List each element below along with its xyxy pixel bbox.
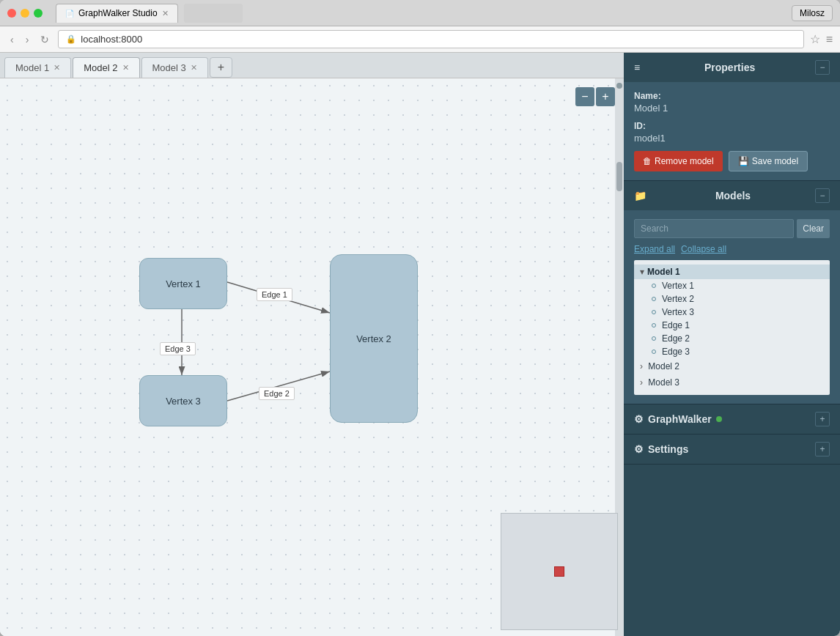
bullet-icon (652, 297, 656, 301)
scrollbar-thumb[interactable] (616, 162, 622, 191)
browser-tab-title: GraphWalker Studio (78, 8, 158, 18)
zoom-in-button[interactable]: + (596, 87, 615, 106)
properties-header[interactable]: ≡ Properties − (624, 53, 840, 82)
model-tab-2[interactable]: Model 2 ✕ (73, 57, 139, 78)
property-buttons: 🗑 Remove model 💾 Save model (634, 151, 830, 171)
models-search-row: Clear (634, 219, 830, 238)
save-icon: 💾 (738, 156, 749, 166)
browser-titlebar: 📄 GraphWalker Studio ✕ Milosz (0, 0, 840, 26)
url-bar[interactable]: 🔒 localhost:8000 (58, 30, 803, 48)
model-tab-1-close[interactable]: ✕ (54, 63, 60, 73)
lock-icon: 🔒 (66, 34, 76, 44)
tree-model-2-name: Model 2 (648, 361, 679, 371)
reload-button[interactable]: ↻ (37, 32, 52, 47)
tree-edge-3[interactable]: Edge 3 (634, 345, 830, 358)
browser-tab-bar: 📄 GraphWalker Studio ✕ (56, 4, 786, 23)
save-model-button[interactable]: 💾 Save model (729, 151, 808, 171)
collapse-all-link[interactable]: Collapse all (681, 244, 726, 254)
vertex-2-node[interactable]: Vertex 2 (330, 254, 418, 423)
tree-model-1-name: Model 1 (647, 267, 680, 277)
bullet-icon (652, 323, 656, 328)
zoom-out-button[interactable]: − (575, 87, 594, 106)
tab-close-icon[interactable]: ✕ (162, 9, 169, 18)
models-header[interactable]: 📁 Models − (624, 181, 840, 210)
models-folder-icon: 📁 (634, 190, 646, 201)
tree-vertex-2-label: Vertex 2 (662, 294, 694, 304)
tree-vertex-3[interactable]: Vertex 3 (634, 306, 830, 319)
tree-edge-2[interactable]: Edge 2 (634, 332, 830, 345)
save-model-label: Save model (752, 156, 798, 166)
tree-vertex-1-label: Vertex 1 (662, 281, 694, 291)
remove-model-button[interactable]: 🗑 Remove model (634, 151, 723, 171)
settings-header[interactable]: ⚙ Settings + (624, 435, 840, 464)
models-clear-button[interactable]: Clear (797, 219, 830, 238)
model-tabs: Model 1 ✕ Model 2 ✕ Model 3 ✕ + (0, 53, 624, 78)
address-bar-row: ‹ › ↻ 🔒 localhost:8000 ☆ ≡ (0, 26, 840, 53)
settings-toggle-button[interactable]: + (815, 442, 830, 456)
expand-all-link[interactable]: Expand all (634, 244, 675, 254)
tree-model-1: ▾ Model 1 Vertex 1 Vertex 2 Vertex 3 Edg… (634, 265, 830, 358)
settings-gear-icon: ⚙ (634, 443, 644, 455)
models-section: 📁 Models − Clear Expand all Collapse all (624, 181, 840, 404)
models-tree: ▾ Model 1 Vertex 1 Vertex 2 Vertex 3 Edg… (634, 260, 830, 395)
model-tab-3-close[interactable]: ✕ (191, 63, 197, 73)
id-label: ID: (634, 121, 830, 131)
bullet-icon (652, 350, 656, 354)
browser-menu-button[interactable]: ≡ (826, 33, 833, 46)
model-tab-1-label: Model 1 (15, 62, 49, 73)
minimap (501, 513, 618, 630)
user-button[interactable]: Milosz (792, 5, 833, 21)
edge-1-label: Edge 1 (257, 288, 292, 301)
name-value: Model 1 (634, 103, 830, 114)
tree-vertex-1[interactable]: Vertex 1 (634, 279, 830, 292)
model-tab-2-close[interactable]: ✕ (122, 63, 129, 73)
graphwalker-icon: ⚙ (634, 413, 644, 425)
minimize-button[interactable] (21, 9, 29, 18)
tree-edge-1[interactable]: Edge 1 (634, 319, 830, 332)
app-content: Model 1 ✕ Model 2 ✕ Model 3 ✕ + (0, 53, 840, 636)
properties-toggle-button[interactable]: − (815, 60, 830, 75)
models-toggle-button[interactable]: − (815, 188, 830, 203)
tree-model-3-name: Model 3 (648, 377, 679, 388)
tree-model-1-row[interactable]: ▾ Model 1 (634, 265, 830, 279)
add-model-tab-button[interactable]: + (210, 57, 232, 78)
vertex-3-node[interactable]: Vertex 3 (139, 375, 227, 426)
new-tab-area (184, 4, 243, 23)
edge-2-label: Edge 2 (259, 387, 295, 400)
graphwalker-title: GraphWalker (648, 413, 712, 425)
browser-frame: 📄 GraphWalker Studio ✕ Milosz ‹ › ↻ 🔒 lo… (0, 0, 840, 636)
canvas-background: − + (0, 78, 624, 636)
canvas-wrapper[interactable]: − + (0, 78, 624, 636)
tree-model-3-row[interactable]: › Model 3 (634, 374, 830, 391)
chevron-right-icon: › (640, 377, 643, 388)
model-tab-3[interactable]: Model 3 ✕ (141, 57, 208, 78)
tree-vertex-2[interactable]: Vertex 2 (634, 292, 830, 306)
browser-tab[interactable]: 📄 GraphWalker Studio ✕ (56, 4, 178, 23)
forward-button[interactable]: › (23, 32, 32, 47)
zoom-controls: − + (575, 87, 615, 106)
chevron-right-icon: › (640, 361, 643, 371)
models-title: Models (715, 190, 751, 201)
back-button[interactable]: ‹ (7, 32, 17, 47)
trash-icon: 🗑 (643, 156, 652, 166)
model-tab-1[interactable]: Model 1 ✕ (4, 57, 71, 78)
graphwalker-toggle-button[interactable]: + (815, 412, 830, 426)
maximize-button[interactable] (34, 9, 43, 18)
properties-header-icon: ≡ (634, 62, 640, 73)
close-button[interactable] (7, 9, 16, 18)
edge-3-label: Edge 3 (160, 342, 196, 355)
settings-section: ⚙ Settings + (624, 435, 840, 465)
tree-model-2-row[interactable]: › Model 2 (634, 358, 830, 374)
url-text: localhost:8000 (81, 34, 142, 45)
bullet-icon (652, 284, 656, 288)
vertex-1-node[interactable]: Vertex 1 (139, 258, 227, 309)
model-tab-3-label: Model 3 (152, 62, 186, 73)
canvas-area: Model 1 ✕ Model 2 ✕ Model 3 ✕ + (0, 53, 624, 636)
models-search-input[interactable] (634, 219, 794, 238)
graphwalker-header[interactable]: ⚙ GraphWalker + (624, 404, 840, 434)
page-icon: 📄 (65, 10, 74, 18)
bookmark-button[interactable]: ☆ (810, 32, 820, 46)
traffic-lights (7, 9, 43, 18)
model-tab-2-label: Model 2 (84, 62, 117, 73)
status-dot (716, 416, 722, 422)
